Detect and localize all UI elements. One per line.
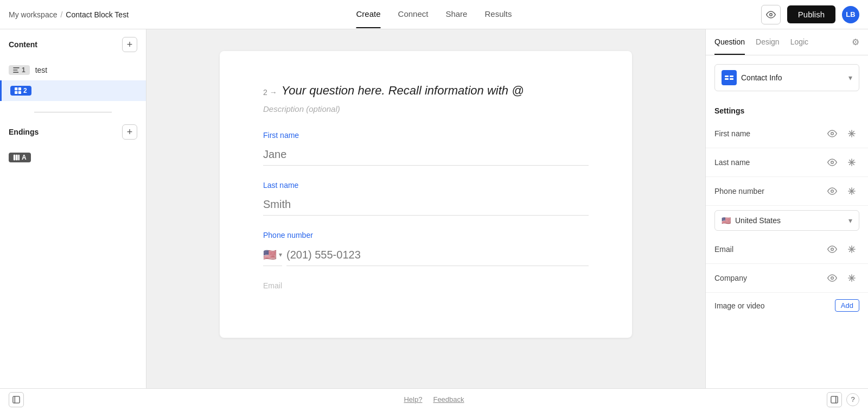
collapse-sidebar-button[interactable] (9, 392, 24, 407)
first-name-input[interactable] (263, 144, 589, 166)
item-badge-2: 2 (10, 86, 31, 96)
sidebar-item-1[interactable]: 1 test (0, 60, 146, 80)
svg-rect-38 (831, 396, 838, 402)
preview-button[interactable] (761, 5, 781, 24)
avatar[interactable]: LB (842, 6, 859, 23)
help-link[interactable]: Help? (404, 395, 422, 403)
help-button[interactable]: ? (846, 393, 859, 406)
field-setting-phone: Phone number (706, 177, 868, 206)
right-panel-tabs: Question Design Logic ⚙ (706, 29, 868, 55)
country-left: 🇺🇸 United States (722, 216, 781, 225)
last-name-visibility-button[interactable] (825, 155, 840, 170)
svg-rect-1 (13, 67, 20, 68)
field-setting-first-name-label: First name (714, 129, 750, 138)
content-section-title: Content (9, 40, 37, 49)
field-setting-first-name-actions (825, 126, 859, 141)
publish-button[interactable]: Publish (787, 5, 835, 23)
company-visibility-button[interactable] (825, 270, 840, 286)
block-type-left: Contact Info (722, 70, 782, 85)
phone-visibility-button[interactable] (825, 184, 840, 199)
tab-logic[interactable]: Logic (790, 30, 808, 55)
email-field-preview: Email (263, 281, 589, 290)
field-setting-last-name-label: Last name (714, 158, 750, 167)
nav-right: Publish LB (761, 5, 859, 24)
question-description[interactable]: Description (optional) (263, 104, 589, 113)
main-layout: Content + 1 test 2 Endings + (0, 29, 868, 388)
first-name-visibility-button[interactable] (825, 126, 840, 141)
sidebar-item-2[interactable]: 2 (0, 80, 146, 101)
ending-item-a[interactable]: A (0, 147, 146, 168)
svg-rect-10 (18, 155, 20, 160)
block-type-icon (722, 70, 737, 85)
email-visibility-button[interactable] (825, 242, 840, 257)
tab-design[interactable]: Design (756, 30, 780, 55)
first-name-group: First name (263, 131, 589, 166)
svg-rect-2 (13, 70, 17, 71)
first-name-label: First name (263, 131, 589, 140)
svg-rect-4 (15, 87, 17, 90)
flag-select[interactable]: 🇺🇸 ▾ (263, 244, 282, 266)
first-name-required-button[interactable] (844, 126, 859, 141)
tab-share[interactable]: Share (445, 1, 467, 28)
add-content-button[interactable]: + (122, 37, 137, 52)
endings-section-header: Endings + (0, 117, 146, 147)
top-nav: My workspace / Contact Block Test Create… (0, 0, 868, 29)
feedback-link[interactable]: Feedback (433, 395, 464, 403)
add-field-button[interactable]: Add (835, 299, 859, 312)
nav-tabs: Create Connect Share Results (356, 1, 512, 28)
field-setting-last-name-actions (825, 155, 859, 170)
country-label: United States (735, 216, 781, 225)
last-name-input[interactable] (263, 194, 589, 216)
expand-panel-button[interactable] (827, 392, 842, 407)
gear-icon[interactable]: ⚙ (852, 29, 859, 55)
last-name-required-button[interactable] (844, 155, 859, 170)
field-setting-email-actions (825, 242, 859, 257)
center-content: 2 → Your question here. Recall informati… (146, 29, 705, 388)
add-ending-button[interactable]: + (122, 124, 137, 140)
block-type-selector[interactable]: Contact Info ▾ (714, 64, 859, 91)
workspace-link[interactable]: My workspace (9, 10, 57, 19)
add-field-label: Image or video (714, 301, 765, 310)
tab-question[interactable]: Question (714, 30, 745, 55)
phone-row: 🇺🇸 ▾ (263, 244, 589, 266)
company-required-button[interactable] (844, 270, 859, 286)
bottom-bar-right: ? (827, 392, 859, 407)
bottom-bar-left (9, 392, 24, 407)
svg-point-31 (831, 277, 834, 280)
svg-rect-5 (18, 87, 21, 90)
item-badge-1: 1 (9, 65, 30, 75)
breadcrumb: My workspace / Contact Block Test (9, 10, 129, 19)
email-label-preview: Email (263, 281, 589, 290)
bottom-bar: Help? Feedback ? (0, 388, 868, 410)
svg-rect-8 (14, 155, 15, 160)
breadcrumb-separator: / (60, 10, 62, 19)
left-sidebar: Content + 1 test 2 Endings + (0, 29, 146, 388)
svg-rect-3 (13, 72, 18, 73)
phone-number-label: Phone number (263, 231, 589, 239)
tab-create[interactable]: Create (356, 1, 381, 28)
form-card: 2 → Your question here. Recall informati… (220, 51, 632, 338)
phone-required-button[interactable] (844, 184, 859, 199)
phone-number-group: Phone number 🇺🇸 ▾ (263, 231, 589, 266)
email-required-button[interactable] (844, 242, 859, 257)
svg-point-21 (831, 190, 834, 193)
svg-point-11 (831, 133, 834, 135)
svg-rect-6 (15, 91, 17, 94)
country-flag-icon: 🇺🇸 (722, 216, 731, 225)
field-setting-phone-label: Phone number (714, 187, 764, 195)
phone-input[interactable] (286, 244, 589, 266)
field-setting-company-label: Company (714, 274, 747, 282)
content-section-header: Content + (0, 29, 146, 60)
field-setting-phone-actions (825, 184, 859, 199)
svg-rect-36 (13, 396, 20, 402)
field-setting-email-label: Email (714, 245, 733, 254)
tab-connect[interactable]: Connect (398, 1, 429, 28)
svg-point-0 (770, 13, 773, 16)
question-text[interactable]: Your question here. Recall information w… (282, 84, 524, 98)
svg-rect-7 (18, 91, 21, 94)
country-selector[interactable]: 🇺🇸 United States ▾ (714, 210, 859, 231)
tab-results[interactable]: Results (484, 1, 512, 28)
question-label: 2 → Your question here. Recall informati… (263, 84, 589, 101)
bottom-bar-center: Help? Feedback (404, 395, 464, 403)
field-setting-email: Email (706, 235, 868, 264)
